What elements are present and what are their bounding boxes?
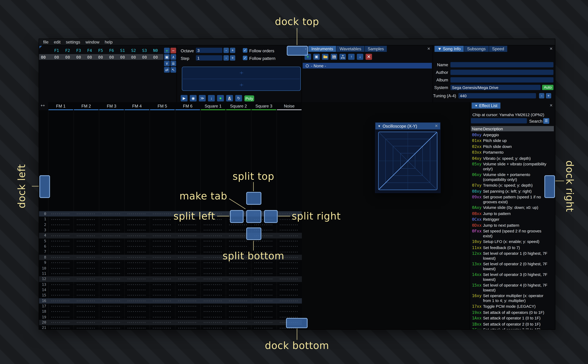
effect-row[interactable]: 0DxxJump to next pattern <box>471 222 554 228</box>
pattern-row[interactable]: 16 <box>39 298 302 304</box>
order-cell[interactable]: 00 <box>84 55 95 59</box>
tab-song-info[interactable]: ▼ Song Info <box>435 46 464 52</box>
effect-row[interactable]: 02xxPitch slide down <box>471 143 554 149</box>
pattern-row[interactable]: 19 <box>39 314 302 320</box>
order-duplicate-button[interactable]: ▣ <box>164 54 170 60</box>
close-song-info-button[interactable]: ✕ <box>549 46 553 52</box>
pattern-row[interactable]: 11 <box>39 271 302 276</box>
effect-row[interactable]: 11xxSet feedback (0 to 7) <box>471 245 554 250</box>
pattern-row[interactable]: 3 <box>39 228 302 233</box>
effect-row[interactable]: 0AxyVolume slide (0y: down; x0: up) <box>471 205 554 210</box>
tab-wavetables[interactable]: Wavetables <box>337 46 364 52</box>
field-input-name[interactable] <box>450 62 554 67</box>
menu-item-edit[interactable]: edit <box>51 39 63 45</box>
channel-header-fm-5[interactable]: FM 5 <box>150 102 175 110</box>
effect-row[interactable]: 01xxPitch slide up <box>471 137 554 143</box>
pattern-row[interactable]: 5 <box>39 238 302 244</box>
octave-increase-button[interactable]: + <box>230 48 235 53</box>
effect-row[interactable]: 0BxxJump to pattern <box>471 210 554 216</box>
step-increase-button[interactable]: + <box>230 55 235 60</box>
menu-item-help[interactable]: help <box>102 39 115 45</box>
order-cell[interactable]: 00 <box>117 55 128 59</box>
order-cell[interactable]: 00 <box>62 55 73 59</box>
octave-input[interactable]: 3 <box>196 48 222 53</box>
split-target-bottom[interactable] <box>246 228 261 240</box>
octave-decrease-button[interactable]: - <box>224 48 229 53</box>
order-duplicate-end-button[interactable]: ⇊ <box>171 60 176 66</box>
effect-row[interactable]: 05xyVolume slide + vibrato (compatibilit… <box>471 161 554 172</box>
instrument-list-item[interactable]: - None - <box>303 63 432 69</box>
order-move-up-button[interactable]: ∧ <box>171 54 176 60</box>
pattern-row[interactable]: 21 <box>39 325 302 329</box>
channel-header-fm-4[interactable]: FM 4 <box>124 102 150 110</box>
effect-row[interactable]: 0CxxRetrigger <box>471 216 554 222</box>
effect-row[interactable]: 04xyVibrato (x: speed; y: depth) <box>471 155 554 161</box>
record-button[interactable]: ● <box>217 95 224 101</box>
effect-row[interactable]: 13xxSet level of operator 2 (0 highest, … <box>471 261 554 272</box>
follow-pattern-checkbox[interactable]: ✓ <box>243 56 247 60</box>
order-cell[interactable]: 00 <box>150 55 161 59</box>
pattern-row[interactable]: 4 <box>39 233 302 238</box>
split-target-right[interactable] <box>264 210 278 223</box>
effect-row[interactable]: 14xxSet level of operator 3 (0 highest, … <box>471 272 554 282</box>
close-oscilloscope-button[interactable]: ✕ <box>435 123 438 130</box>
dock-target-top[interactable] <box>287 46 308 56</box>
make-tab-target[interactable] <box>246 210 261 223</box>
field-input-author[interactable] <box>450 70 554 75</box>
instrument-move-up-button[interactable]: ↑ <box>348 54 355 60</box>
split-target-top[interactable] <box>246 192 261 205</box>
tuning-increase-button[interactable]: + <box>546 93 551 98</box>
split-target-left[interactable] <box>230 210 244 223</box>
stop-button[interactable]: ↓ <box>208 95 215 101</box>
order-move-down-button[interactable]: ∨ <box>164 60 170 66</box>
step-decrease-button[interactable]: - <box>224 55 229 60</box>
collapse-icon[interactable]: ▼ <box>378 124 381 128</box>
pattern-row[interactable]: 13 <box>39 282 302 287</box>
effect-row[interactable]: 19xxSet attack of all operators (0 to 1F… <box>471 309 554 315</box>
metronome-button[interactable] <box>226 95 233 101</box>
tab-effect-list[interactable]: ▼ Effect List <box>472 103 500 109</box>
tab-speed[interactable]: Speed <box>489 46 507 52</box>
channel-header-fm-3[interactable]: FM 3 <box>99 102 124 110</box>
close-effect-list-button[interactable]: ✕ <box>549 103 553 109</box>
pattern-row[interactable]: 17 <box>39 304 302 309</box>
effect-row[interactable]: 16xySet operator multiplier (x: operator… <box>471 293 554 304</box>
collapse-icon[interactable]: ▼ <box>475 104 478 107</box>
menu-item-settings[interactable]: settings <box>63 39 83 45</box>
pattern-row[interactable]: 14 <box>39 287 302 293</box>
pattern-row[interactable]: 1 <box>39 217 302 222</box>
play-pattern-button[interactable]: ◉ <box>190 95 197 101</box>
effect-search-input[interactable] <box>471 118 527 124</box>
order-cell[interactable]: 00 <box>106 55 117 59</box>
channel-header-square-2[interactable]: Square 2 <box>226 102 251 110</box>
effect-row[interactable]: 0FxxSet speed (speed 2 if no grooves exi… <box>471 228 554 239</box>
instrument-open-button[interactable] <box>322 54 328 60</box>
instrument-duplicate-button[interactable]: ▣ <box>313 54 320 60</box>
tab-samples[interactable]: Samples <box>364 46 387 52</box>
effect-row[interactable]: 10xySetup LFO (x: enable; y: speed) <box>471 239 554 245</box>
field-input-album[interactable] <box>450 77 554 83</box>
channel-header-fm-1[interactable]: FM 1 <box>48 102 73 110</box>
effect-row[interactable]: 08xySet panning (x: left; y: right) <box>471 188 554 194</box>
poly-button[interactable]: Poly <box>244 95 254 101</box>
channel-header-fm-6[interactable]: FM 6 <box>175 102 200 110</box>
pattern-row[interactable]: 0 <box>39 211 302 217</box>
menu-item-file[interactable]: file <box>40 39 51 45</box>
effect-row[interactable]: 1AxxSet attack of operator 1 (0 to 1F) <box>471 315 554 321</box>
effect-list-menu-button[interactable]: ☰ <box>543 118 549 124</box>
order-cell[interactable]: 00 <box>139 55 150 59</box>
pattern-row[interactable]: 2 <box>39 222 302 228</box>
follow-orders-checkbox[interactable]: ✓ <box>243 48 247 52</box>
order-cell[interactable]: 00 <box>73 55 84 59</box>
effect-row[interactable]: 1CxxSet attack of operator 3 (0 to 1F) <box>471 327 554 329</box>
oscilloscope-titlebar[interactable]: ▼ Oscilloscope (X-Y) ✕ <box>375 123 440 130</box>
channel-header-noise[interactable]: Noise <box>277 102 302 110</box>
effect-row[interactable]: 00xyArpeggio <box>471 132 554 137</box>
order-cell[interactable]: 00 <box>95 55 106 59</box>
channel-header-square-3[interactable]: Square 3 <box>251 102 277 110</box>
instrument-save-button[interactable] <box>331 54 337 60</box>
step-input[interactable]: 1 <box>196 55 222 60</box>
order-change-mode-button[interactable]: ⇄ <box>164 67 170 73</box>
pattern-row[interactable]: 20 <box>39 320 302 325</box>
order-add-button[interactable]: + <box>164 48 170 53</box>
